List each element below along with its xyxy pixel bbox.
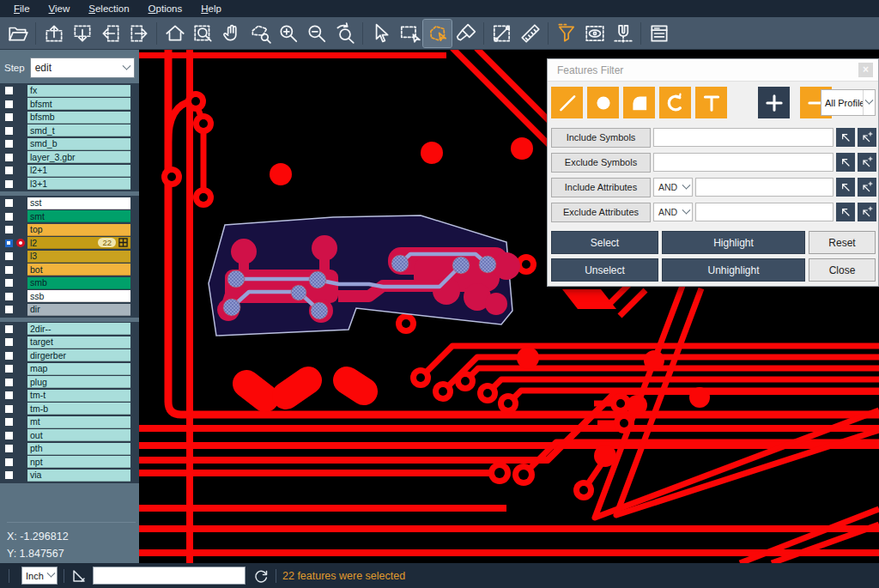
corner-triangle-icon[interactable] (70, 567, 88, 585)
highlight-button[interactable]: Highlight (662, 231, 805, 254)
command-input[interactable] (93, 567, 246, 585)
arrow-nw-button[interactable] (836, 178, 855, 197)
layer-row-l2[interactable]: l222 (0, 237, 139, 251)
sync-icon[interactable] (252, 567, 270, 585)
layer-checkbox[interactable] (4, 265, 14, 275)
home-view-button[interactable] (161, 20, 189, 47)
report-list-button[interactable] (645, 20, 673, 47)
layer-row-2dir--[interactable]: 2dir-- (0, 323, 139, 336)
layer-checkbox[interactable] (4, 86, 14, 95)
features-filter-funnel-button[interactable] (552, 20, 580, 47)
layer-row-bot[interactable]: bot (0, 264, 139, 277)
layer-checkbox[interactable] (4, 100, 14, 109)
layer-checkbox[interactable] (4, 139, 14, 149)
layer-row-tm-t[interactable]: tm-t (0, 389, 139, 403)
profile-select[interactable]: All Profile (821, 89, 876, 116)
close-icon[interactable]: × (858, 63, 873, 77)
arrow-nw-plus-button[interactable] (858, 178, 876, 197)
layer-row-l3+1[interactable]: l3+1 (0, 178, 139, 191)
layer-row-bfsmb[interactable]: bfsmb (0, 111, 139, 124)
layer-checkbox[interactable] (4, 305, 14, 314)
layer-row-sst[interactable]: sst (0, 197, 139, 210)
layer-row-pth[interactable]: pth (0, 442, 139, 456)
layer-row-dirgerber[interactable]: dirgerber (0, 349, 139, 363)
menu-view[interactable]: View (40, 2, 79, 15)
layer-checkbox[interactable] (4, 324, 14, 334)
layer-row-l3[interactable]: l3 (0, 250, 139, 264)
layer-checkbox[interactable] (4, 337, 14, 347)
box-arrow-down-button[interactable] (68, 20, 96, 47)
layer-row-tm-b[interactable]: tm-b (0, 403, 139, 416)
box-arrow-right-button[interactable] (124, 20, 153, 47)
layer-checkbox[interactable] (4, 470, 14, 480)
box-arrow-up-button[interactable] (39, 20, 68, 47)
include-attributes-button[interactable]: Include Attributes (551, 178, 651, 197)
unselect-button[interactable]: Unselect (551, 258, 658, 282)
arrow-nw-plus-button[interactable] (858, 128, 876, 147)
arrow-nw-plus-button[interactable] (858, 153, 876, 172)
layer-checkbox[interactable] (4, 212, 14, 221)
measure-distance-button[interactable] (488, 20, 516, 47)
menu-options[interactable]: Options (140, 2, 191, 15)
layer-row-via[interactable]: via (0, 469, 139, 482)
layer-checkbox[interactable] (4, 458, 14, 467)
layer-checkbox[interactable] (4, 417, 14, 427)
layer-checkbox[interactable] (4, 225, 14, 234)
show-eye-button[interactable] (580, 20, 609, 47)
feature-text-button[interactable] (695, 87, 727, 118)
layer-checkbox[interactable] (4, 166, 14, 175)
arrow-nw-button[interactable] (836, 153, 855, 172)
ruler-button[interactable] (516, 20, 544, 47)
feature-surface-button[interactable] (623, 87, 655, 118)
layer-checkbox[interactable] (4, 153, 14, 162)
layer-checkbox[interactable] (4, 444, 14, 453)
filter-value-input[interactable] (695, 178, 834, 197)
layer-checkbox[interactable] (4, 378, 14, 387)
exclude-attributes-button[interactable]: Exclude Attributes (551, 203, 651, 222)
filter-value-input[interactable] (653, 153, 834, 172)
open-folder-button[interactable] (3, 20, 32, 47)
layer-checkbox[interactable] (4, 351, 14, 361)
filter-value-input[interactable] (653, 128, 834, 147)
layer-checkbox[interactable] (4, 364, 14, 373)
close-button[interactable]: Close (809, 258, 876, 282)
layer-row-fx[interactable]: fx (0, 84, 139, 98)
box-arrow-left-button[interactable] (96, 20, 124, 47)
filter-value-input[interactable] (695, 203, 834, 221)
layer-row-layer_3.gbr[interactable]: layer_3.gbr (0, 151, 139, 165)
zoom-in-button[interactable] (274, 20, 302, 47)
snap-magnet-button[interactable] (609, 20, 637, 47)
layer-checkbox[interactable] (4, 391, 14, 400)
pan-hand-button[interactable] (217, 20, 246, 47)
clear-brush-button[interactable] (452, 20, 480, 47)
rectangle-select-button[interactable] (395, 20, 423, 47)
layer-checkbox[interactable] (4, 198, 14, 208)
layer-row-dir[interactable]: dir (0, 303, 139, 317)
layer-checkbox[interactable] (4, 404, 14, 414)
layer-row-out[interactable]: out (0, 429, 139, 443)
unhighlight-button[interactable]: Unhighlight (662, 258, 805, 282)
layer-row-npt[interactable]: npt (0, 456, 139, 470)
layer-row-smd_t[interactable]: smd_t (0, 124, 139, 138)
feature-pad-button[interactable] (587, 87, 619, 118)
layer-checkbox[interactable] (4, 239, 14, 248)
layer-row-smb[interactable]: smb (0, 276, 139, 290)
layer-row-smd_b[interactable]: smd_b (0, 137, 139, 151)
layer-row-mt[interactable]: mt (0, 415, 139, 429)
feature-arc-button[interactable] (659, 87, 691, 118)
arrow-nw-button[interactable] (836, 203, 855, 221)
layer-row-plug[interactable]: plug (0, 376, 139, 390)
zoom-previous-button[interactable] (330, 20, 359, 47)
unit-select[interactable]: Inch (21, 567, 58, 585)
menu-help[interactable]: Help (192, 2, 230, 15)
layer-checkbox[interactable] (4, 278, 14, 288)
arrow-nw-button[interactable] (836, 128, 855, 147)
zoom-fit-region-button[interactable] (189, 20, 217, 47)
dialog-title-bar[interactable]: Features Filter × (548, 59, 878, 82)
zoom-out-button[interactable] (302, 20, 330, 47)
layer-checkbox[interactable] (4, 292, 14, 301)
layer-row-l2+1[interactable]: l2+1 (0, 164, 139, 178)
menu-file[interactable]: File (5, 2, 39, 15)
zoom-object-button[interactable] (246, 20, 274, 47)
arrow-nw-plus-button[interactable] (858, 203, 876, 221)
